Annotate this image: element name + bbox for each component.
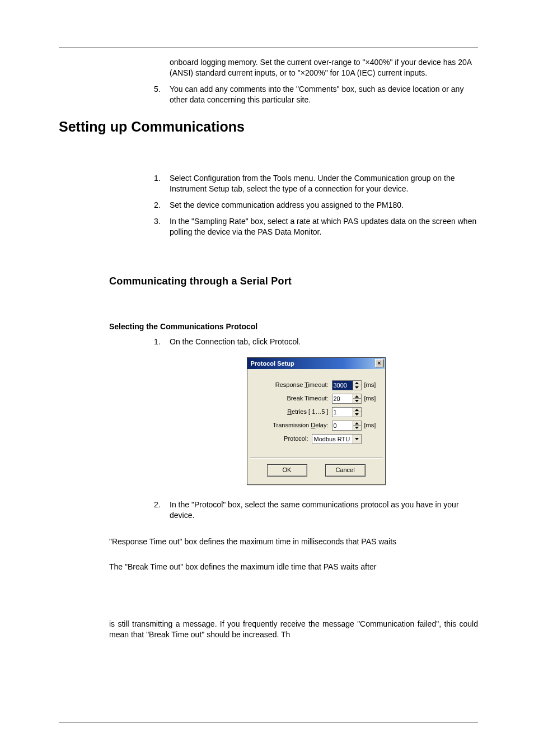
svg-marker-0 xyxy=(355,382,359,384)
unit-ms: [ms] xyxy=(362,394,377,403)
list-item: 5. You can add any comments into the "Co… xyxy=(154,84,478,105)
svg-marker-7 xyxy=(355,427,359,429)
list-number: 2. xyxy=(154,200,170,211)
label-retries: Retries [ 1…5 ] xyxy=(255,408,332,416)
list-item: 1. On the Connection tab, click Protocol… xyxy=(154,337,478,347)
protocol-select-value: Modbus RTU xyxy=(312,434,353,444)
svg-marker-2 xyxy=(355,395,359,398)
spinner-down-icon[interactable] xyxy=(353,412,361,417)
response-timeout-spinner[interactable] xyxy=(353,380,362,390)
retries-input[interactable] xyxy=(332,407,353,417)
list-number: 3. xyxy=(154,216,170,237)
paragraph-response-timeout: "Response Time out" box defines the maxi… xyxy=(109,536,478,547)
transmission-delay-spinner[interactable] xyxy=(353,421,362,431)
proto-list-2: 2. In the "Protocol" box, select the sam… xyxy=(154,500,478,521)
spinner-up-icon[interactable] xyxy=(353,421,361,426)
header-rule xyxy=(59,48,478,48)
unit-ms: [ms] xyxy=(362,381,377,389)
response-timeout-input[interactable] xyxy=(332,380,353,390)
list-text: In the "Protocol" box, select the same c… xyxy=(170,500,478,521)
list-text: Set the device communication address you… xyxy=(170,200,478,211)
spinner-up-icon[interactable] xyxy=(353,394,361,399)
section-heading-protocol: Selecting the Communications Protocol xyxy=(109,321,478,332)
retries-spinner[interactable] xyxy=(353,407,362,417)
label-protocol: Protocol: xyxy=(255,435,312,443)
spinner-down-icon[interactable] xyxy=(353,399,361,403)
svg-marker-6 xyxy=(355,422,359,424)
list-number xyxy=(154,57,170,78)
list-item: onboard logging memory. Set the current … xyxy=(154,57,478,78)
list-item: 1. Select Configuration from the Tools m… xyxy=(154,173,478,194)
svg-marker-3 xyxy=(355,400,359,402)
list-text: In the "Sampling Rate" box, select a rat… xyxy=(170,216,478,237)
close-icon: × xyxy=(378,361,381,366)
list-text: Select Configuration from the Tools menu… xyxy=(170,173,478,194)
list-item: 2. Set the device communication address … xyxy=(154,200,478,211)
label-transmission-delay: Transmission Delay: xyxy=(255,421,332,430)
transmission-delay-input[interactable] xyxy=(332,421,353,431)
ok-button[interactable]: OK xyxy=(267,464,307,477)
label-break-timeout: Break Timeout: xyxy=(255,394,332,403)
proto-list-1: 1. On the Connection tab, click Protocol… xyxy=(154,337,478,347)
footer-rule xyxy=(59,722,478,722)
break-timeout-spinner[interactable] xyxy=(353,394,362,404)
page-title: Setting up Communications xyxy=(59,118,478,137)
list-item: 2. In the "Protocol" box, select the sam… xyxy=(154,500,478,521)
paragraph-comm-failed: is still transmitting a message. If you … xyxy=(109,619,478,640)
protocol-select[interactable]: Modbus RTU xyxy=(312,434,362,444)
break-timeout-input[interactable] xyxy=(332,394,353,404)
unit-ms: [ms] xyxy=(362,421,377,430)
dialog-title: Protocol Setup xyxy=(251,358,375,369)
list-text: onboard logging memory. Set the current … xyxy=(170,57,478,78)
list-number: 1. xyxy=(154,173,170,194)
svg-marker-1 xyxy=(355,386,359,389)
cancel-button[interactable]: Cancel xyxy=(325,464,366,477)
intro-list: onboard logging memory. Set the current … xyxy=(154,57,478,105)
list-item: 3. In the "Sampling Rate" box, select a … xyxy=(154,216,478,237)
list-text: On the Connection tab, click Protocol. xyxy=(170,337,478,347)
dialog-titlebar[interactable]: Protocol Setup × xyxy=(247,358,385,369)
setup-list: 1. Select Configuration from the Tools m… xyxy=(154,173,478,237)
spinner-up-icon[interactable] xyxy=(353,408,361,413)
svg-marker-4 xyxy=(355,409,359,411)
protocol-setup-dialog: Protocol Setup × Response Timeout: [m xyxy=(247,357,386,485)
spinner-up-icon[interactable] xyxy=(353,381,361,386)
list-number: 5. xyxy=(154,84,170,105)
list-number: 1. xyxy=(154,337,170,347)
list-number: 2. xyxy=(154,500,170,521)
paragraph-break-timeout: The "Break Time out" box defines the max… xyxy=(109,562,478,572)
spinner-down-icon[interactable] xyxy=(353,426,361,430)
svg-marker-8 xyxy=(355,438,359,440)
list-text: You can add any comments into the "Comme… xyxy=(170,84,478,105)
spinner-down-icon[interactable] xyxy=(353,385,361,390)
chevron-down-icon[interactable] xyxy=(353,434,362,444)
close-button[interactable]: × xyxy=(375,359,384,367)
section-heading-serial: Communicating through a Serial Port xyxy=(109,274,478,288)
svg-marker-5 xyxy=(355,413,359,416)
label-response-timeout: Response Timeout: xyxy=(255,381,332,389)
dialog-separator xyxy=(250,458,383,459)
